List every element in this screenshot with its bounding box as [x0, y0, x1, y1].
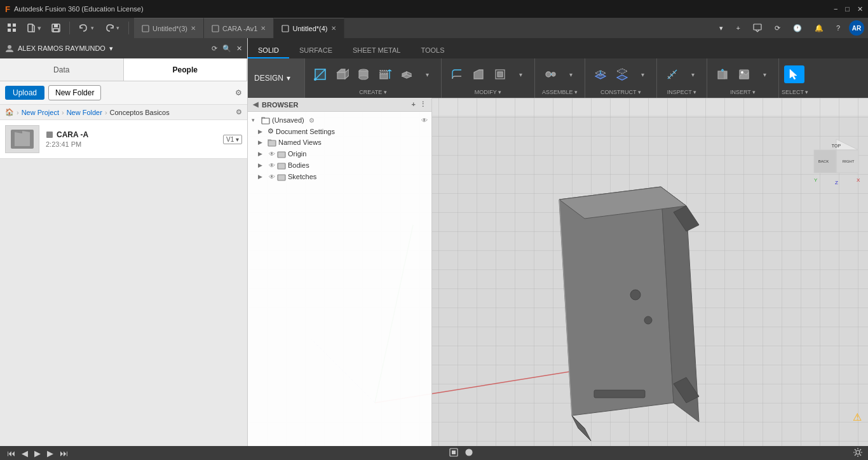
tab-sheet-metal[interactable]: SHEET METAL — [342, 43, 410, 58]
undo-button[interactable]: ▾ — [75, 22, 98, 34]
apps-button[interactable] — [4, 22, 20, 34]
chamfer-button[interactable] — [468, 65, 489, 83]
eye-icon[interactable]: 👁 — [269, 173, 275, 180]
close-panel-icon[interactable]: ✕ — [236, 44, 242, 53]
offset-plane-button[interactable] — [590, 65, 611, 83]
left-panel: ALEX RAMOS RAYMUNDO ▾ ⟳ 🔍 ✕ Data People … — [0, 38, 248, 446]
browser-toggle-button[interactable]: ⋮ — [419, 100, 426, 109]
settings-icon[interactable]: ⚙ — [235, 88, 242, 97]
status-bar: ⏮ ◀ ▶ ▶ ⏭ — [0, 446, 868, 460]
extrude-button[interactable] — [397, 65, 417, 83]
tab-cara-av1[interactable]: CARA -Av1 ✕ — [204, 18, 274, 38]
sketch-button[interactable] — [310, 65, 330, 83]
browser-collapse-button[interactable]: ◀ — [253, 100, 258, 109]
tab-surface[interactable]: SURFACE — [289, 43, 342, 58]
help-button[interactable]: ? — [832, 23, 844, 33]
tree-named-views[interactable]: ▶ Named Views — [248, 137, 431, 148]
new-folder-button[interactable]: New Folder — [48, 85, 101, 100]
tree-root[interactable]: ▾ (Unsaved) ⚙ 👁 — [248, 114, 431, 126]
svg-marker-41 — [617, 75, 627, 80]
tab-list-button[interactable]: ▾ — [715, 23, 727, 34]
svg-rect-10 — [282, 25, 288, 32]
clock-button[interactable]: 🕐 — [789, 23, 806, 34]
user-chevron[interactable]: ▾ — [109, 44, 113, 53]
eye-icon[interactable]: 👁 — [269, 151, 275, 158]
tree-eye-icon[interactable]: 👁 — [421, 117, 428, 124]
people-tab[interactable]: People — [124, 58, 248, 81]
ribbon-inspect: ▾ INSPECT ▾ — [657, 58, 707, 98]
file-version[interactable]: V1 ▾ — [223, 135, 242, 144]
modify-label: MODIFY ▾ — [444, 89, 532, 97]
comments-button[interactable] — [749, 22, 766, 34]
nav-cube[interactable]: TOP RIGHT BACK X Y Z — [811, 136, 862, 187]
keyframe-icon[interactable] — [449, 447, 459, 459]
tree-sketches[interactable]: ▶ 👁 Sketches — [248, 171, 431, 182]
assemble-more-button[interactable]: ▾ — [562, 69, 580, 80]
more-create-button[interactable]: ▾ — [418, 69, 436, 80]
next-frame-button[interactable]: ▶ — [45, 449, 55, 458]
close-button[interactable]: ✕ — [857, 5, 863, 13]
tab-close-button[interactable]: ✕ — [261, 25, 266, 32]
save-button[interactable] — [48, 22, 64, 34]
data-tab[interactable]: Data — [0, 58, 124, 81]
upload-button[interactable]: Upload — [5, 86, 44, 100]
record-icon[interactable] — [464, 447, 474, 459]
play-button[interactable]: ▶ — [32, 449, 43, 458]
ribbon-select: SELECT ▾ — [779, 58, 811, 98]
redo-button[interactable]: ▾ — [100, 22, 123, 34]
more-modify-button[interactable]: ▾ — [512, 69, 529, 80]
last-frame-button[interactable]: ⏭ — [58, 449, 70, 458]
tab-untitled4[interactable]: Untitled*(4) ✕ — [274, 18, 344, 38]
shell-button[interactable] — [490, 65, 510, 83]
inspect-more-button[interactable]: ▾ — [684, 69, 702, 80]
measure-button[interactable] — [662, 65, 682, 83]
cylinder-button[interactable] — [353, 65, 374, 83]
decal-button[interactable] — [734, 65, 754, 83]
settings-gear[interactable] — [853, 447, 863, 459]
box-button[interactable] — [332, 65, 352, 83]
new-tab-button[interactable]: + — [732, 23, 743, 33]
user-avatar[interactable]: AR — [849, 20, 864, 36]
construct-more-button[interactable]: ▾ — [634, 69, 651, 80]
minimize-button[interactable]: − — [834, 5, 837, 13]
tree-settings-icon[interactable]: ⚙ — [309, 117, 315, 124]
prev-frame-button[interactable]: ◀ — [20, 449, 30, 458]
tab-close-button[interactable]: ✕ — [191, 25, 196, 32]
right-area: SOLID SURFACE SHEET METAL TOOLS DESIGN ▾ — [248, 38, 868, 446]
refresh-icon[interactable]: ⟳ — [212, 44, 217, 53]
midplane-button[interactable] — [612, 65, 632, 83]
eye-icon[interactable]: 👁 — [269, 162, 275, 169]
warning-icon: ⚠ — [853, 411, 862, 423]
tab-tools[interactable]: TOOLS — [410, 43, 454, 58]
select-button[interactable] — [784, 65, 804, 83]
breadcrumb-new-project[interactable]: New Project — [22, 109, 59, 116]
tree-bodies[interactable]: ▶ 👁 Bodies — [248, 159, 431, 171]
breadcrumb-home[interactable]: 🏠 — [5, 108, 14, 116]
bell-button[interactable]: 🔔 — [811, 23, 827, 34]
fillet-button[interactable] — [447, 65, 467, 83]
tree-document-settings[interactable]: ▶ ⚙ Document Settings — [248, 126, 431, 137]
search-icon[interactable]: 🔍 — [222, 44, 231, 53]
tree-origin[interactable]: ▶ 👁 Origin — [248, 148, 431, 159]
breadcrumb-new-folder[interactable]: New Folder — [67, 109, 102, 116]
push-pull-button[interactable] — [375, 65, 395, 83]
insert-derive-button[interactable] — [712, 65, 733, 83]
status-center — [75, 447, 848, 459]
refresh-button[interactable]: ⟳ — [771, 23, 784, 34]
insert-more-button[interactable]: ▾ — [756, 69, 773, 80]
design-dropdown[interactable]: DESIGN ▾ — [248, 58, 305, 98]
restore-button[interactable]: □ — [845, 5, 850, 13]
breadcrumb-conceptos: Conceptos Basicos — [110, 109, 170, 116]
first-frame-button[interactable]: ⏮ — [5, 449, 17, 458]
breadcrumb-settings-icon[interactable]: ⚙ — [236, 108, 242, 116]
tab-untitled3[interactable]: Untitled*(3) ✕ — [134, 18, 204, 38]
viewport[interactable]: ◀ BROWSER + ⋮ ▾ (Unsaved — [248, 98, 868, 446]
tab-solid[interactable]: SOLID — [248, 43, 289, 58]
browser-add-button[interactable]: + — [412, 100, 416, 109]
joint-button[interactable] — [540, 65, 560, 83]
tree-item-label: Document Settings — [276, 128, 335, 135]
breadcrumb: 🏠 › New Project › New Folder › Conceptos… — [0, 105, 247, 120]
left-actions: Upload New Folder ⚙ — [0, 81, 247, 105]
file-menu-button[interactable]: ▾ — [23, 22, 45, 34]
tab-close-button[interactable]: ✕ — [331, 25, 336, 32]
